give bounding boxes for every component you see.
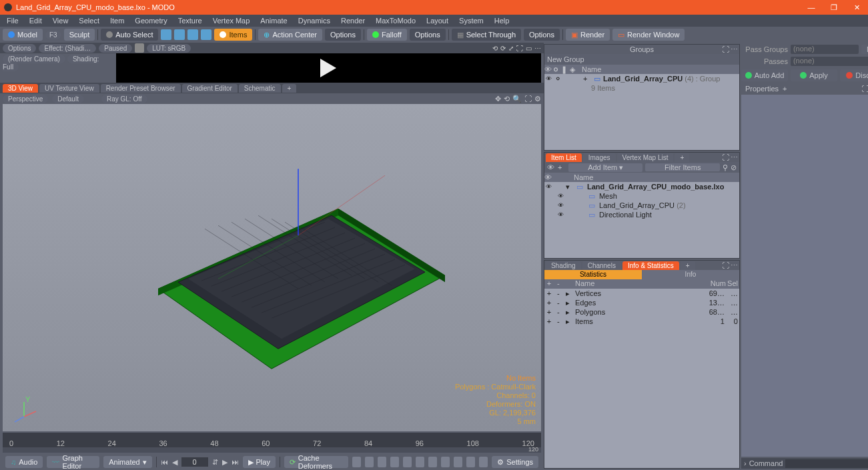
tool-icon-8[interactable] bbox=[441, 457, 450, 467]
menu-dynamics[interactable]: Dynamics bbox=[294, 17, 334, 25]
preview-max-icon[interactable]: ▭ bbox=[526, 45, 532, 52]
info-tab-0[interactable]: Shading bbox=[546, 261, 581, 270]
vp-tab-3d-view[interactable]: 3D View bbox=[3, 84, 38, 93]
panel-expand-icon[interactable]: ⛶ bbox=[722, 45, 729, 54]
tool-icon-5[interactable] bbox=[403, 457, 412, 467]
pass-groups-dropdown[interactable]: (none) bbox=[791, 45, 859, 54]
go-start-icon[interactable]: ⏮ bbox=[161, 458, 168, 466]
menu-file[interactable]: File bbox=[3, 17, 23, 25]
panel-expand-icon[interactable]: ⛶ bbox=[722, 153, 729, 162]
falloff-button[interactable]: Falloff bbox=[367, 29, 407, 41]
vp-max-icon[interactable]: ⛶ bbox=[524, 95, 532, 103]
preview-menu-icon[interactable]: ⋯ bbox=[534, 45, 541, 52]
itemlist-tab-1[interactable]: Images bbox=[583, 153, 616, 162]
props-expand-icon[interactable]: ⛶ bbox=[861, 85, 868, 93]
filter-icon[interactable]: ⚲ bbox=[723, 163, 728, 172]
auto-add-button[interactable]: Auto Add bbox=[741, 69, 788, 81]
sculpt-mode-button[interactable]: Sculpt bbox=[64, 29, 95, 41]
options-button-1[interactable]: Options bbox=[325, 29, 361, 41]
vis-col-icon[interactable]: 👁 bbox=[544, 65, 552, 73]
tool-icon-2[interactable] bbox=[365, 457, 374, 467]
vp-tab-gradient-editor[interactable]: Gradient Editor bbox=[182, 84, 238, 93]
menu-view[interactable]: View bbox=[49, 17, 73, 25]
menu-texture[interactable]: Texture bbox=[174, 17, 206, 25]
item-row[interactable]: 👁▾▭Land_Grid_Array_CPU_modo_base.lxo bbox=[544, 182, 739, 191]
tool-icon-3[interactable] bbox=[378, 457, 386, 467]
render-button[interactable]: ▣Render bbox=[566, 29, 610, 41]
vp-move-icon[interactable]: ✥ bbox=[495, 95, 501, 103]
menu-geometry[interactable]: Geometry bbox=[131, 17, 171, 25]
panel-menu-icon[interactable]: ⋯ bbox=[731, 45, 738, 54]
tool-icon-1[interactable] bbox=[352, 457, 361, 467]
graph-editor-button[interactable]: 〰Graph Editor bbox=[47, 456, 99, 468]
viewport-raygl-dropdown[interactable]: Ray GL: Off bbox=[101, 95, 147, 103]
group-child-row[interactable]: 9 Items bbox=[544, 83, 739, 93]
vertex-mode-icon[interactable] bbox=[161, 29, 171, 40]
menu-maxtomodo[interactable]: MaxToModo bbox=[372, 17, 420, 25]
item-row[interactable]: 👁▭Directional Light bbox=[544, 210, 739, 219]
viewport-projection-dropdown[interactable]: Perspective bbox=[3, 95, 48, 103]
vp-tab-render-preset-browser[interactable]: Render Preset Browser bbox=[101, 84, 181, 93]
stat-row[interactable]: +-▸Edges13…… bbox=[544, 298, 739, 307]
solo-col-icon[interactable]: ❚ bbox=[560, 65, 568, 74]
items-mode-button[interactable]: Items bbox=[214, 29, 252, 41]
item-add-icon[interactable]: + bbox=[558, 163, 566, 171]
play-button[interactable]: ▶ Play bbox=[243, 456, 276, 468]
tool-icon-6[interactable] bbox=[416, 457, 424, 467]
preview-expand-icon[interactable]: ⛶ bbox=[516, 45, 523, 52]
menu-layout[interactable]: Layout bbox=[422, 17, 452, 25]
itemlist-tab-0[interactable]: Item List bbox=[546, 153, 582, 162]
select-through-button[interactable]: ▦Select Through bbox=[452, 29, 521, 41]
apply-button[interactable]: Apply bbox=[791, 69, 837, 81]
info-tab[interactable]: Info bbox=[642, 270, 739, 279]
tool-icon-4[interactable] bbox=[390, 457, 399, 467]
action-center-button[interactable]: ⊕Action Center bbox=[258, 29, 322, 41]
stat-row[interactable]: +-▸Polygons68…… bbox=[544, 307, 739, 317]
preview-options-button[interactable]: Options bbox=[3, 44, 36, 53]
command-chevron-icon[interactable]: › bbox=[744, 459, 747, 467]
menu-item[interactable]: Item bbox=[106, 17, 128, 25]
discard-button[interactable]: Discard bbox=[840, 69, 868, 81]
info-tab-2[interactable]: Info & Statistics bbox=[622, 261, 679, 270]
maximize-button[interactable]: ❐ bbox=[827, 3, 841, 12]
vp-rotate-icon[interactable]: ⟲ bbox=[504, 95, 510, 103]
edge-mode-icon[interactable] bbox=[174, 29, 185, 40]
3d-viewport[interactable]: No Items Polygons : Catmull-Clark Channe… bbox=[3, 104, 541, 431]
render-window-button[interactable]: ▭Render Window bbox=[612, 29, 685, 41]
stat-row[interactable]: +-▸Items10 bbox=[544, 317, 739, 326]
vp-gear-icon[interactable]: ⚙ bbox=[534, 95, 541, 103]
tool-icon-7[interactable] bbox=[428, 457, 437, 467]
info-tab-3[interactable]: + bbox=[681, 261, 695, 270]
go-end-icon[interactable]: ⏭ bbox=[232, 458, 239, 466]
vp-zoom-icon[interactable]: 🔍 bbox=[512, 95, 522, 103]
model-mode-button[interactable]: Model bbox=[3, 29, 43, 41]
command-input[interactable] bbox=[785, 459, 868, 468]
filter-items-field[interactable]: Filter Items bbox=[645, 163, 720, 171]
preview-save-icon[interactable] bbox=[135, 43, 144, 53]
menu-vertex-map[interactable]: Vertex Map bbox=[209, 17, 254, 25]
animated-dropdown[interactable]: Animated ▾ bbox=[103, 456, 151, 468]
menu-animate[interactable]: Animate bbox=[256, 17, 291, 25]
tool-icon-10[interactable] bbox=[466, 457, 475, 467]
vp-tab-uv-texture-view[interactable]: UV Texture View bbox=[39, 84, 99, 93]
preview-effect-dropdown[interactable]: Effect: (Shadi… bbox=[39, 44, 96, 53]
frame-stepper-icon[interactable]: ⇵ bbox=[212, 458, 218, 467]
passes-dropdown[interactable]: (none) bbox=[791, 57, 868, 66]
group-row[interactable]: 👁⭘ + ▭ Land_Grid_Array_CPU (4) : Group bbox=[544, 74, 739, 83]
menu-render[interactable]: Render bbox=[337, 17, 369, 25]
auto-select-button[interactable]: Auto Select bbox=[101, 29, 158, 41]
polygon-mode-icon[interactable] bbox=[187, 29, 198, 40]
minimize-button[interactable]: — bbox=[804, 3, 819, 12]
info-tab-1[interactable]: Channels bbox=[582, 261, 621, 270]
axis-gizmo[interactable]: Y bbox=[11, 397, 37, 423]
preview-paused-button[interactable]: Paused bbox=[99, 44, 132, 53]
panel-expand-icon[interactable]: ⛶ bbox=[722, 261, 729, 270]
preview-reset-icon[interactable]: ⟲ bbox=[492, 45, 498, 52]
filter-clear-icon[interactable]: ⊘ bbox=[731, 163, 737, 172]
itemlist-tab-2[interactable]: Vertex Map List bbox=[617, 153, 674, 162]
options-button-3[interactable]: Options bbox=[524, 29, 560, 41]
vp-tab-+[interactable]: + bbox=[282, 84, 297, 93]
prev-key-icon[interactable]: ◀ bbox=[172, 458, 177, 467]
preview-refresh-icon[interactable]: ⟳ bbox=[500, 45, 506, 52]
menu-system[interactable]: System bbox=[455, 17, 488, 25]
